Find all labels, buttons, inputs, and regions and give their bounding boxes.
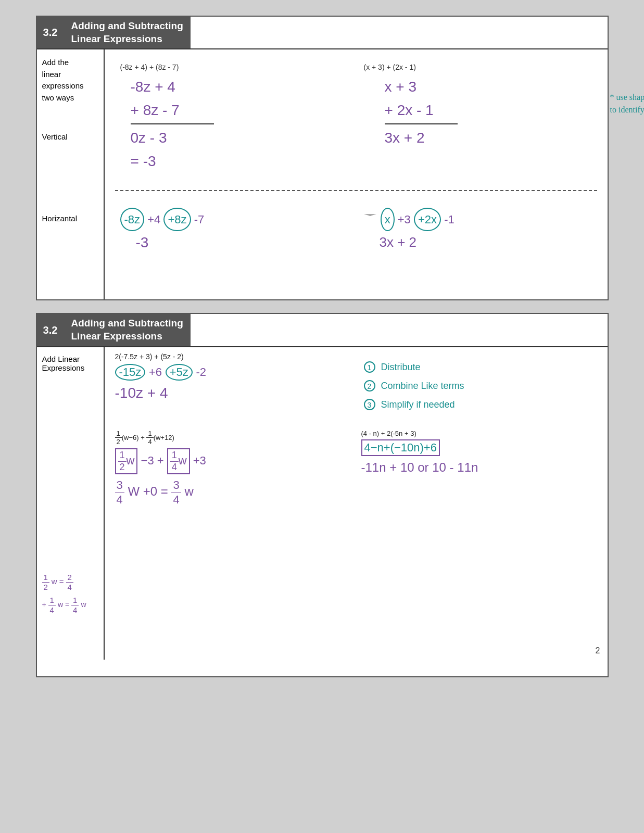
v1-line1: -8z + 4 [131, 75, 348, 99]
v1-equal: = -3 [131, 150, 348, 173]
vertical-1-math: -8z + 4 + 8z - 7 0z - 3 = -3 [131, 75, 348, 173]
ws2-p3-step: 4−n+(−10n)+6 [361, 439, 597, 456]
header-row-1: 3.2 Adding and Subtracting Linear Expres… [37, 17, 608, 49]
ws2-p2-result: 34 W +0 = 34 w [115, 478, 351, 507]
v1-line2: + 8z - 7 [131, 99, 214, 124]
problem-1-vertical: (-8z + 4) + (8z - 7) -8z + 4 + 8z - 7 0z… [115, 60, 353, 179]
oval-8z: -8z [120, 208, 145, 232]
ws2-p1-result: -10z + 4 [115, 385, 353, 401]
ws2-p3-header: (4 - n) + 2(-5n + 3) [361, 430, 597, 437]
horiz-problem-2: x +3 +2x -1 3x + 2 [359, 201, 597, 255]
label-vertical: Vertical [42, 131, 98, 143]
problems-grid-1: (-8z + 4) + (8z - 7) -8z + 4 + 8z - 7 0z… [115, 55, 597, 184]
v2-line1: x + 3 [385, 75, 592, 99]
ws2-p1-header: 2(-7.5z + 3) + (5z - 2) [115, 352, 353, 361]
oval-8z-pos: +8z [163, 208, 191, 232]
v1-result: 0z - 3 [131, 127, 348, 150]
ws2-bottom-grid: 12(w−6) + 14(w+12) 12w −3 + 14w +3 [115, 430, 597, 507]
content-area-2: Add Linear Expressions 1 2 w = 2 4 [37, 347, 608, 660]
header-row-2: 3.2 Adding and Subtracting Linear Expres… [37, 314, 608, 347]
problem-2-vertical: (x + 3) + (2x - 1) x + 3 + 2x - 1 3x + 2 [359, 60, 597, 179]
horizontal-grid: -8z +4 +8z -7 -3 x + [115, 196, 597, 260]
section-number-2: 3.2 [37, 314, 64, 346]
label-linear: linear [42, 69, 98, 81]
ws2-label-add-linear: Add Linear Expressions [37, 347, 104, 380]
dashed-divider-1 [115, 190, 597, 191]
section-title-1: Adding and Subtracting Linear Expression… [64, 17, 191, 48]
ws2-p2-header: 12(w−6) + 14(w+12) [115, 430, 351, 446]
section-title-2: Adding and Subtracting Linear Expression… [64, 314, 191, 346]
label-two-ways: two ways [42, 92, 98, 104]
page-number: 2 [596, 646, 600, 655]
horizontal-section: -8z +4 +8z -7 -3 x + [115, 196, 597, 260]
side-note: * use shapes or colors to identify like … [610, 91, 645, 116]
vertical-2-math: x + 3 + 2x - 1 3x + 2 [385, 75, 592, 149]
content-area-1: Add the linear expressions two ways Vert… [37, 49, 608, 299]
ws2-problem-2: 12(w−6) + 14(w+12) 12w −3 + 14w +3 [115, 430, 351, 507]
left-label-1: Add the linear expressions two ways Vert… [37, 49, 105, 299]
ws2-problem-1: 2(-7.5z + 3) + (5z - 2) -15z +6 +5z -2 -… [115, 352, 353, 419]
ws2-steps: 1 Distribute 2 Combine Like terms 3 Simp… [359, 352, 597, 419]
horiz2-result: 3x + 2 [380, 234, 592, 250]
worksheet-1: 3.2 Adding and Subtracting Linear Expres… [36, 16, 609, 300]
ws2-p3-result: -11n + 10 or 10 - 11n [361, 460, 597, 475]
label-add-the: Add the [42, 57, 98, 69]
horiz-problem-1: -8z +4 +8z -7 -3 [115, 201, 353, 255]
ws2-p2-step: 12w −3 + 14w +3 [115, 448, 351, 474]
v2-result: 3x + 2 [385, 127, 592, 150]
step-2: 2 Combine Like terms [364, 376, 592, 395]
box-quarter-w: 14w [167, 448, 190, 474]
ws2-problem-3: (4 - n) + 2(-5n + 3) 4−n+(−10n)+6 -11n +… [361, 430, 597, 507]
horiz1-result: -3 [136, 234, 348, 251]
horiz1-expr: -8z +4 +8z -7 [120, 208, 348, 232]
worksheet-2: 3.2 Adding and Subtracting Linear Expres… [36, 313, 609, 677]
horiz2-expr: x +3 +2x -1 [364, 208, 592, 232]
ws2-main-content: 2(-7.5z + 3) + (5z - 2) -15z +6 +5z -2 -… [105, 347, 608, 660]
box-half-w: 12w [115, 448, 138, 474]
problem2-header: (x + 3) + (2x - 1) [364, 63, 592, 71]
ws2-top-grid: 2(-7.5z + 3) + (5z - 2) -15z +6 +5z -2 -… [115, 352, 597, 419]
oval-2x: +2x [414, 208, 441, 232]
step-3: 3 Simplify if needed [364, 395, 592, 414]
step-1: 1 Distribute [364, 358, 592, 376]
ws2-left-labels: Add Linear Expressions 1 2 w = 2 4 [37, 347, 105, 660]
main-content-1: (-8z + 4) + (8z - 7) -8z + 4 + 8z - 7 0z… [105, 49, 608, 299]
oval-x: x [381, 208, 395, 232]
problem1-header: (-8z + 4) + (8z - 7) [120, 63, 348, 71]
ws2-fraction-notes: 1 2 w = 2 4 + 1 4 [37, 569, 104, 618]
section-number-1: 3.2 [37, 17, 64, 48]
fraction-note-1: 1 2 w = 2 4 [42, 572, 98, 592]
label-horizantal: Horizantal [42, 213, 98, 225]
fraction-note-2: + 1 4 w = 1 4 w [42, 595, 98, 615]
label-expressions: expressions [42, 80, 98, 92]
box-4-n-expr: 4−n+(−10n)+6 [361, 439, 440, 456]
oval-5z: +5z [166, 364, 193, 381]
ws2-p1-step: -15z +6 +5z -2 [115, 364, 353, 381]
oval-15z: -15z [115, 364, 146, 381]
v2-line2: + 2x - 1 [385, 99, 458, 124]
